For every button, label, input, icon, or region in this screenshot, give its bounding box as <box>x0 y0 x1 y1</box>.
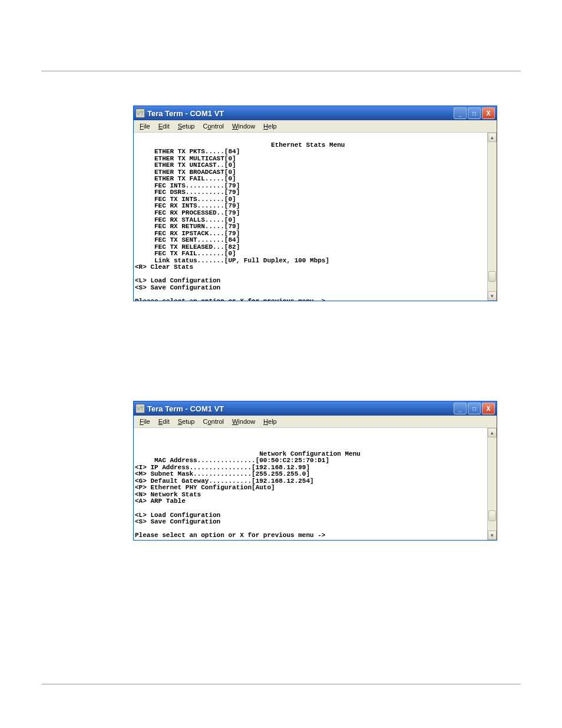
minimize-button[interactable]: _ <box>454 107 467 119</box>
window-controls: _ □ X <box>454 107 495 119</box>
titlebar[interactable]: VT Tera Term - COM1 VT _ □ X <box>134 106 497 120</box>
menu-setup[interactable]: Setup <box>174 121 199 131</box>
menubar: File Edit Setup Control Window Help <box>134 416 497 428</box>
terminal-wrap: Network Configuration Menu MAC Address..… <box>134 428 497 540</box>
scroll-up-button[interactable]: ▴ <box>488 428 497 437</box>
window-controls: _ □ X <box>454 403 495 414</box>
close-button[interactable]: X <box>482 107 495 119</box>
app-icon: VT <box>135 108 145 118</box>
scroll-up-button[interactable]: ▴ <box>488 133 497 142</box>
scroll-track[interactable] <box>488 437 497 531</box>
menu-setup[interactable]: Setup <box>174 417 199 426</box>
menu-control[interactable]: Control <box>199 417 227 426</box>
menu-help[interactable]: Help <box>260 121 280 131</box>
maximize-button[interactable]: □ <box>468 403 481 414</box>
scroll-down-button[interactable]: ▾ <box>488 531 497 540</box>
menu-edit[interactable]: Edit <box>155 417 173 426</box>
menu-help[interactable]: Help <box>260 417 280 426</box>
minimize-button[interactable]: _ <box>454 403 467 414</box>
menu-file[interactable]: File <box>136 121 154 131</box>
menu-edit[interactable]: Edit <box>155 121 173 131</box>
menu-window[interactable]: Window <box>229 417 259 426</box>
scroll-down-button[interactable]: ▾ <box>488 291 497 301</box>
page-divider-top <box>41 71 521 71</box>
maximize-button[interactable]: □ <box>468 107 481 119</box>
tera-term-window-2: VT Tera Term - COM1 VT _ □ X File Edit S… <box>133 401 497 541</box>
tera-term-window-1: VT Tera Term - COM1 VT _ □ X File Edit S… <box>133 106 497 301</box>
scrollbar[interactable]: ▴ ▾ <box>487 133 497 301</box>
menubar: File Edit Setup Control Window Help <box>134 120 497 133</box>
terminal-wrap: Ethernet Stats Menu ETHER TX PKTS.....[8… <box>134 133 497 301</box>
terminal-output[interactable]: Network Configuration Menu MAC Address..… <box>134 428 487 540</box>
window-title: Tera Term - COM1 VT <box>147 404 454 413</box>
menu-file[interactable]: File <box>136 417 154 426</box>
scrollbar[interactable]: ▴ ▾ <box>487 428 497 540</box>
menu-window[interactable]: Window <box>229 121 259 131</box>
terminal-output[interactable]: Ethernet Stats Menu ETHER TX PKTS.....[8… <box>134 133 487 301</box>
page-divider-bottom <box>41 684 521 684</box>
scroll-track[interactable] <box>488 142 497 291</box>
scroll-grip[interactable] <box>488 271 496 282</box>
window-title: Tera Term - COM1 VT <box>147 109 454 118</box>
close-button[interactable]: X <box>482 403 495 414</box>
menu-control[interactable]: Control <box>199 121 227 131</box>
titlebar[interactable]: VT Tera Term - COM1 VT _ □ X <box>134 401 497 416</box>
app-icon: VT <box>135 404 145 413</box>
scroll-grip[interactable] <box>488 510 496 521</box>
